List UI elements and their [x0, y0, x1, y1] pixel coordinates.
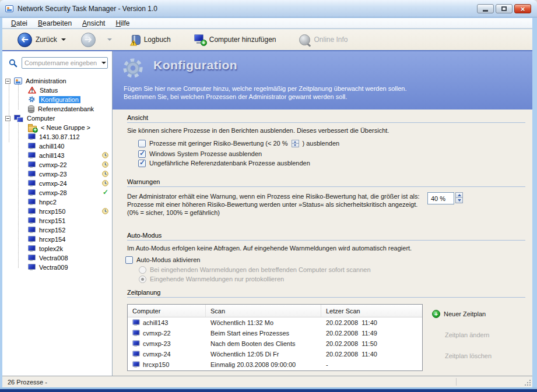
tree-item-neue-gruppe[interactable]: + < Neue Gruppe >	[2, 123, 112, 132]
cell-computer: cvmxp-22	[128, 330, 206, 337]
tree-item-label: achill140	[39, 143, 64, 150]
menu-bearbeiten[interactable]: Bearbeiten	[33, 19, 77, 28]
status-bar: 26 Prozesse -	[2, 376, 532, 387]
tree-item-hrcxp151[interactable]: hrcxp151	[2, 216, 112, 225]
section-heading-zeitplanung: Zeitplanung	[127, 289, 525, 298]
combo-dropdown-icon[interactable]	[99, 62, 107, 64]
computer-icon	[28, 199, 36, 206]
tree-item-toplex2k[interactable]: toplex2k	[2, 244, 112, 253]
computer-icon	[28, 255, 36, 262]
checkbox-label: Auto-Modus aktivieren	[136, 256, 200, 263]
clock-icon	[102, 152, 108, 160]
computer-icon	[28, 217, 36, 224]
tree-item-hnpc2[interactable]: hnpc2	[2, 197, 112, 207]
tree-item-referenzdatenbank[interactable]: Referenzdatenbank	[2, 104, 112, 114]
computer-icon	[28, 152, 36, 159]
computer-icon	[28, 133, 36, 140]
computer-icon	[132, 361, 139, 368]
add-computer-button[interactable]: + Computer hinzufügen	[194, 34, 276, 45]
new-schedule-button[interactable]: + Neuer Zeitplan	[432, 309, 486, 319]
search-input[interactable]	[22, 59, 99, 66]
tree-item-label: Referenzdatenbank	[38, 105, 94, 112]
tree-item-achill143[interactable]: achill143	[2, 151, 112, 160]
low-risk-spinner[interactable]	[292, 140, 299, 147]
tree-item-administration[interactable]: Administration	[2, 76, 112, 86]
warnungen-line2: Prozesse mit einer höheren Risiko-Bewert…	[127, 201, 417, 208]
cell-last-scan: 20.02.2008 11:50	[321, 340, 422, 347]
computer-icon	[28, 264, 36, 271]
clock-icon	[102, 171, 108, 178]
computer-icon	[132, 319, 139, 326]
table-header: Computer Scan Letzer Scan	[128, 305, 422, 317]
column-header-scan[interactable]: Scan	[206, 305, 321, 317]
column-header-letzer-scan[interactable]: Letzer Scan	[321, 305, 422, 317]
column-header-computer[interactable]: Computer	[128, 305, 206, 317]
tree-item-hrcxp154[interactable]: hrcxp154	[2, 235, 112, 244]
warning-triangle-icon	[28, 86, 36, 95]
computer-icon	[28, 143, 36, 150]
back-button[interactable]: Zurück	[17, 33, 66, 47]
tree-item-vectra008[interactable]: Vectra008	[2, 253, 112, 263]
administration-icon	[14, 77, 22, 84]
tree-item-hrcxp152[interactable]: hrcxp152	[2, 225, 112, 235]
back-dropdown-icon[interactable]	[61, 38, 66, 41]
checkbox-unchecked[interactable]	[125, 256, 133, 264]
checkbox-label: Prozesse mit geringer Risiko-Bewertung (…	[149, 140, 288, 147]
checkbox-checked[interactable]: ✓	[138, 150, 146, 158]
tree-item-label: achill143	[39, 152, 64, 159]
computer-search-combo[interactable]	[22, 57, 108, 69]
logbook-button[interactable]: Logbuch	[132, 35, 171, 45]
tree-item-label: cvmxp-23	[39, 171, 67, 178]
delete-schedule-label: Zeitplan löschen	[445, 352, 492, 359]
database-icon	[28, 105, 34, 113]
tree-item-hrcxp150[interactable]: hrcxp150	[2, 207, 112, 216]
computer-icon	[28, 180, 36, 187]
forward-arrow-icon	[81, 33, 96, 47]
tree-item-cvmxp-24[interactable]: cvmxp-24	[2, 179, 112, 188]
close-button[interactable]: ×	[514, 4, 531, 13]
tree-item-status[interactable]: Status	[2, 86, 112, 95]
maximize-button[interactable]	[496, 4, 513, 13]
checkbox-unchecked[interactable]	[138, 140, 146, 147]
collapse-icon[interactable]	[5, 79, 10, 84]
threshold-spinner[interactable]	[455, 192, 463, 203]
spin-down-button[interactable]	[292, 143, 299, 147]
back-label: Zurück	[36, 36, 57, 44]
menu-bar: Datei Bearbeiten Ansicht Hilfe	[2, 18, 532, 29]
collapse-icon[interactable]	[5, 116, 10, 121]
tree-item-computer[interactable]: Computer	[2, 114, 112, 123]
minimize-button[interactable]	[477, 4, 494, 13]
resize-grip-icon[interactable]	[524, 379, 531, 386]
sidebar: Administration Status Konfiguration Refe…	[2, 51, 113, 376]
table-row[interactable]: cvmxp-22 Beim Start eines Prozesses 20.0…	[128, 328, 422, 338]
tree-item-label: Administration	[26, 77, 66, 84]
title-bar[interactable]: Network Security Task Manager - Version …	[0, 0, 537, 17]
gear-icon	[121, 56, 145, 82]
tree-item-cvmxp-23[interactable]: cvmxp-23	[2, 169, 112, 179]
tree-item-cvmxp-22[interactable]: cvmxp-22	[2, 160, 112, 169]
checkbox-checked[interactable]: ✓	[138, 160, 146, 167]
table-row[interactable]: hrcxp150 Einmalig 20.03.2008 09:00:00 -	[128, 359, 422, 370]
table-row[interactable]: achill143 Wöchentlich 11:32 Mo 20.02.200…	[128, 317, 422, 328]
checkbox-reference-processes[interactable]: ✓ Ungefährliche Referenzdatenbank Prozes…	[138, 158, 310, 168]
threshold-input[interactable]	[427, 192, 454, 204]
checkbox-windows-processes[interactable]: ✓ Windows System Prozesse ausblenden	[138, 149, 262, 158]
menu-ansicht[interactable]: Ansicht	[77, 19, 110, 28]
computer-icon	[132, 340, 139, 347]
table-row[interactable]: cvmxp-23 Nach dem Booten des Clients 20.…	[128, 338, 422, 349]
tree-item-konfiguration[interactable]: Konfiguration	[2, 95, 112, 104]
menu-hilfe[interactable]: Hilfe	[110, 19, 135, 28]
checkbox-automodus[interactable]: Auto-Modus aktivieren	[125, 255, 200, 264]
tree-item-cvmxp-28[interactable]: cvmxp-28 ✓	[2, 188, 112, 197]
table-row[interactable]: cvmxp-24 Wöchentlich 12:05 Di Fr 20.02.2…	[128, 349, 422, 359]
tree-item-141-30-87-112[interactable]: 141.30.87.112	[2, 132, 112, 142]
gear-icon	[28, 96, 36, 104]
tree-item-achill140[interactable]: achill140	[2, 142, 112, 151]
tree-item-vectra009[interactable]: Vectra009	[2, 263, 112, 272]
delete-schedule-button: Zeitplan löschen	[445, 351, 492, 361]
spin-down-button[interactable]	[455, 197, 463, 203]
checkbox-low-risk[interactable]: Prozesse mit geringer Risiko-Bewertung (…	[138, 139, 339, 148]
menu-datei[interactable]: Datei	[6, 19, 33, 28]
online-info-button: Online Info	[299, 34, 348, 45]
tree-item-label: 141.30.87.112	[39, 133, 80, 140]
